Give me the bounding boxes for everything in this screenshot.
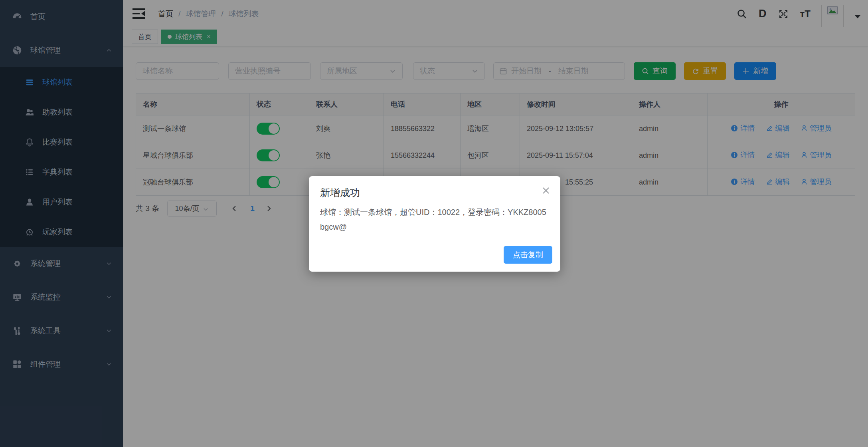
close-icon[interactable] [541, 186, 551, 195]
dialog-title: 新增成功 [320, 186, 360, 199]
copy-button[interactable]: 点击复制 [504, 246, 552, 264]
success-dialog: 新增成功 球馆：测试一条球馆，超管UID：10022，登录密码：YKKZ8005… [309, 176, 560, 272]
dialog-message: 球馆：测试一条球馆，超管UID：10022，登录密码：YKKZ8005bgcw@ [320, 205, 548, 234]
